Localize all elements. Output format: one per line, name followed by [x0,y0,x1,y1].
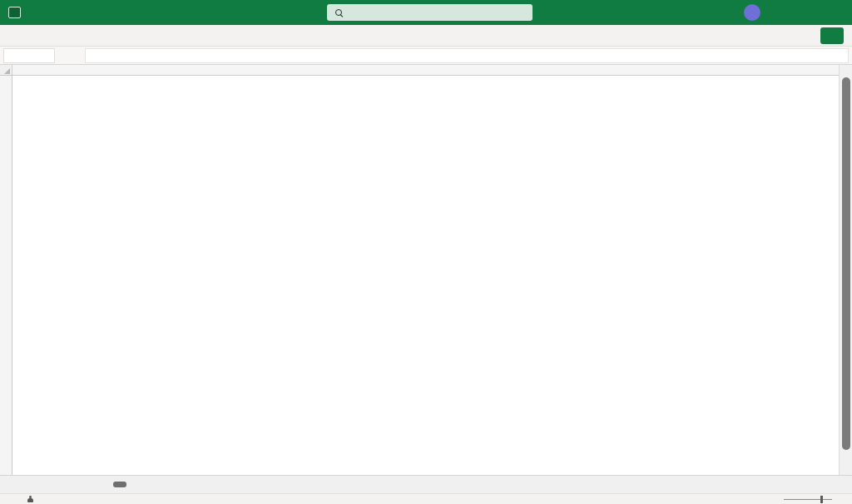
window-controls [744,0,852,25]
restore-button[interactable] [799,0,825,25]
search-box[interactable] [327,4,532,21]
row-headers [0,76,12,475]
formula-bar [0,47,852,65]
ribbon [0,25,852,47]
more-sheets-ellipsis[interactable] [52,476,70,493]
spreadsheet-grid [0,76,852,475]
status-bar [0,493,852,504]
name-box[interactable] [3,48,55,63]
accessibility-icon [27,496,33,503]
zoom-slider-thumb[interactable] [820,496,823,503]
horizontal-scrollbar-thumb[interactable] [113,482,126,487]
horizontal-scrollbar[interactable] [110,476,130,493]
add-sheet-button[interactable] [70,476,87,493]
search-icon [335,9,343,17]
minimize-button[interactable] [772,0,799,25]
scroll-down-icon[interactable] [840,463,852,475]
column-headers [0,65,852,76]
excel-logo-icon [8,7,21,18]
zoom-slider[interactable] [784,499,832,500]
formula-input[interactable] [85,48,849,63]
scroll-up-icon[interactable] [840,65,852,77]
titlebar [0,0,852,25]
avatar[interactable] [744,4,760,21]
share-button[interactable] [820,27,844,44]
vertical-scrollbar-thumb[interactable] [842,77,850,450]
sheet-list-ellipsis[interactable] [33,476,52,493]
sheet-tab-bar [0,475,852,493]
vertical-scrollbar[interactable] [839,65,852,475]
close-button[interactable] [825,0,852,25]
prev-sheet-arrow[interactable] [0,476,17,493]
accessibility-status[interactable] [27,496,37,503]
next-sheet-arrow[interactable] [17,476,33,493]
excel-window [0,0,852,504]
select-all-corner[interactable] [0,65,12,76]
tab-splitter-icon[interactable] [87,476,103,493]
quick-access-toolbar [0,7,54,18]
